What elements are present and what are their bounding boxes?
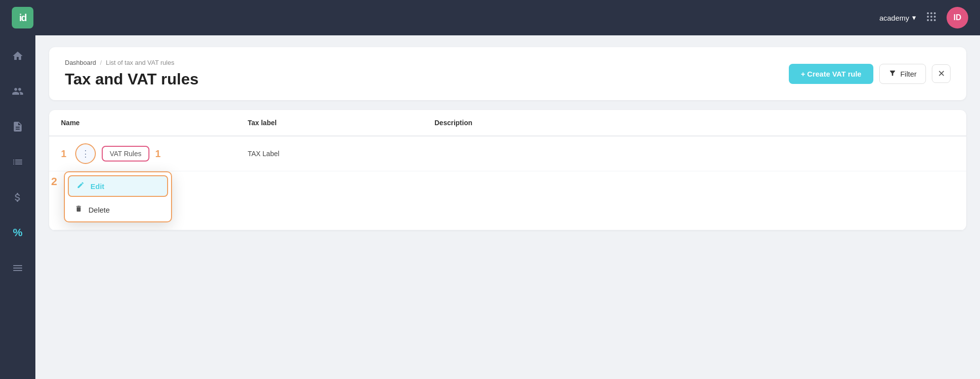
row-menu-button[interactable]: ⋮ xyxy=(75,143,96,164)
svg-point-2 xyxy=(934,12,936,14)
apps-grid-icon[interactable] xyxy=(926,11,937,25)
navbar-right: academy ▾ ID xyxy=(879,7,968,28)
chevron-down-icon: ▾ xyxy=(912,13,916,22)
svg-point-1 xyxy=(930,12,932,14)
header-left: Dashboard / List of tax and VAT rules Ta… xyxy=(65,59,199,88)
academy-label: academy xyxy=(879,14,909,22)
main-layout: % Dashboard / List of tax and VAT rules … xyxy=(0,35,980,379)
header-card: Dashboard / List of tax and VAT rules Ta… xyxy=(49,47,966,100)
svg-point-0 xyxy=(927,12,929,14)
col-name: Name xyxy=(49,110,236,136)
sidebar-item-list[interactable] xyxy=(7,151,29,173)
table-row: 1 ⋮ VAT Rules 1 TAX Label xyxy=(49,136,966,171)
dots-icon: ⋮ xyxy=(81,148,90,159)
edit-icon xyxy=(77,181,85,191)
table-header: Name Tax label Description xyxy=(49,110,966,136)
filter-button[interactable]: Filter xyxy=(879,64,926,84)
row-name-cell: 1 ⋮ VAT Rules 1 xyxy=(49,136,236,171)
table-wrapper: Name Tax label Description 1 ⋮ xyxy=(49,110,966,230)
breadcrumb: Dashboard / List of tax and VAT rules xyxy=(65,59,199,66)
vat-rules-badge[interactable]: VAT Rules xyxy=(102,146,149,162)
table-card: Name Tax label Description 1 ⋮ xyxy=(49,110,966,230)
delete-label: Delete xyxy=(88,206,110,214)
step-1-right-label: 1 xyxy=(155,148,161,160)
row-tax-label-cell: TAX Label xyxy=(236,136,423,171)
navbar-left: id xyxy=(12,7,33,28)
app-logo[interactable]: id xyxy=(12,7,33,28)
close-filter-button[interactable]: ✕ xyxy=(932,64,951,83)
sidebar-item-billing[interactable] xyxy=(7,187,29,208)
sidebar: % xyxy=(0,35,35,379)
user-avatar[interactable]: ID xyxy=(947,7,968,28)
filter-label: Filter xyxy=(900,70,917,78)
svg-point-3 xyxy=(927,16,929,18)
academy-menu[interactable]: academy ▾ xyxy=(879,13,916,22)
col-tax-label: Tax label xyxy=(236,110,423,136)
breadcrumb-current: List of tax and VAT rules xyxy=(106,59,174,66)
edit-label: Edit xyxy=(90,182,104,190)
breadcrumb-separator: / xyxy=(100,59,102,66)
sidebar-item-users[interactable] xyxy=(7,81,29,102)
delete-menu-item[interactable]: Delete xyxy=(65,200,171,221)
svg-point-5 xyxy=(934,16,936,18)
content-area: Dashboard / List of tax and VAT rules Ta… xyxy=(35,35,980,379)
step-1-left-label: 1 xyxy=(61,148,66,160)
sidebar-item-documents[interactable] xyxy=(7,116,29,137)
svg-point-8 xyxy=(934,19,936,21)
svg-point-4 xyxy=(930,16,932,18)
filter-icon xyxy=(889,69,896,79)
dropdown-row: 2 Edit xyxy=(49,171,966,230)
create-vat-rule-button[interactable]: + Create VAT rule xyxy=(789,64,873,84)
vat-rules-table: Name Tax label Description 1 ⋮ xyxy=(49,110,966,230)
breadcrumb-dashboard[interactable]: Dashboard xyxy=(65,59,96,66)
navbar: id academy ▾ ID xyxy=(0,0,980,35)
row-description-cell xyxy=(423,136,966,171)
svg-point-7 xyxy=(930,19,932,21)
step-2-label: 2 xyxy=(51,175,57,188)
delete-icon xyxy=(75,205,83,215)
row-actions: 1 ⋮ VAT Rules 1 xyxy=(61,143,224,164)
page-title: Tax and VAT rules xyxy=(65,70,199,88)
sidebar-item-reports[interactable] xyxy=(7,257,29,279)
header-right: + Create VAT rule Filter ✕ xyxy=(789,64,951,84)
edit-menu-item[interactable]: Edit xyxy=(68,175,168,197)
col-description: Description xyxy=(423,110,966,136)
table-body: 1 ⋮ VAT Rules 1 TAX Label xyxy=(49,136,966,230)
svg-point-6 xyxy=(927,19,929,21)
row-dropdown-menu: Edit Delete xyxy=(64,171,172,222)
dropdown-container-cell: 2 Edit xyxy=(49,171,966,230)
sidebar-item-tax[interactable]: % xyxy=(7,222,29,244)
sidebar-item-home[interactable] xyxy=(7,45,29,67)
